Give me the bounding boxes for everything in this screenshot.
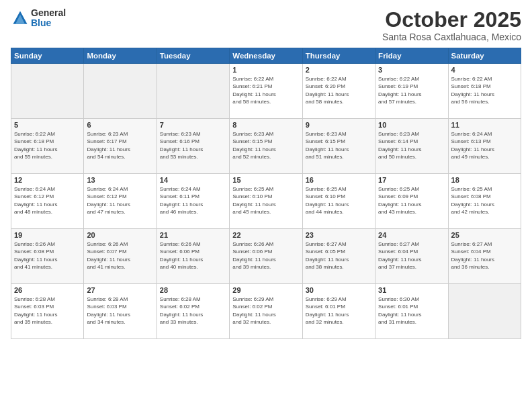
day-info: Sunrise: 6:22 AM Sunset: 6:20 PM Dayligh…	[306, 75, 372, 105]
calendar-cell: 28Sunrise: 6:28 AM Sunset: 6:02 PM Dayli…	[157, 284, 229, 339]
day-number: 22	[232, 231, 299, 239]
day-info: Sunrise: 6:28 AM Sunset: 6:02 PM Dayligh…	[160, 295, 226, 326]
day-info: Sunrise: 6:23 AM Sunset: 6:15 PM Dayligh…	[306, 130, 372, 161]
day-info: Sunrise: 6:27 AM Sunset: 6:04 PM Dayligh…	[378, 240, 445, 271]
calendar-week-3: 12Sunrise: 6:24 AM Sunset: 6:12 PM Dayli…	[11, 174, 521, 229]
page: General Blue October 2025 Santa Rosa Cax…	[0, 0, 532, 411]
location-title: Santa Rosa Caxtlahuaca, Mexico	[382, 32, 521, 42]
day-number: 11	[451, 121, 518, 129]
calendar-cell: 3Sunrise: 6:22 AM Sunset: 6:19 PM Daylig…	[375, 64, 448, 119]
calendar-cell: 26Sunrise: 6:28 AM Sunset: 6:03 PM Dayli…	[11, 284, 84, 339]
calendar-cell: 25Sunrise: 6:27 AM Sunset: 6:04 PM Dayli…	[448, 229, 521, 284]
day-number: 12	[14, 176, 81, 184]
title-block: October 2025 Santa Rosa Caxtlahuaca, Mex…	[382, 8, 521, 42]
day-number: 17	[378, 176, 445, 184]
calendar-cell: 17Sunrise: 6:25 AM Sunset: 6:09 PM Dayli…	[375, 174, 448, 229]
calendar-cell	[157, 64, 229, 119]
day-number: 4	[451, 66, 518, 74]
logo: General Blue	[11, 8, 66, 29]
day-info: Sunrise: 6:29 AM Sunset: 6:01 PM Dayligh…	[306, 295, 372, 326]
day-number: 3	[378, 66, 445, 74]
day-number: 10	[378, 121, 445, 129]
month-title: October 2025	[382, 8, 521, 32]
calendar: Sunday Monday Tuesday Wednesday Thursday…	[11, 48, 521, 339]
day-number: 7	[160, 121, 226, 129]
day-info: Sunrise: 6:23 AM Sunset: 6:15 PM Dayligh…	[232, 130, 299, 161]
day-info: Sunrise: 6:27 AM Sunset: 6:04 PM Dayligh…	[451, 240, 518, 271]
day-info: Sunrise: 6:25 AM Sunset: 6:08 PM Dayligh…	[451, 185, 518, 216]
calendar-cell: 24Sunrise: 6:27 AM Sunset: 6:04 PM Dayli…	[375, 229, 448, 284]
day-info: Sunrise: 6:24 AM Sunset: 6:12 PM Dayligh…	[14, 185, 81, 216]
calendar-week-4: 19Sunrise: 6:26 AM Sunset: 6:08 PM Dayli…	[11, 229, 521, 284]
day-info: Sunrise: 6:23 AM Sunset: 6:14 PM Dayligh…	[378, 130, 445, 161]
calendar-cell: 4Sunrise: 6:22 AM Sunset: 6:18 PM Daylig…	[448, 64, 521, 119]
header-saturday: Saturday	[448, 48, 521, 64]
calendar-cell: 18Sunrise: 6:25 AM Sunset: 6:08 PM Dayli…	[448, 174, 521, 229]
header-friday: Friday	[375, 48, 448, 64]
header-thursday: Thursday	[302, 48, 375, 64]
calendar-cell: 6Sunrise: 6:23 AM Sunset: 6:17 PM Daylig…	[84, 119, 157, 174]
day-info: Sunrise: 6:25 AM Sunset: 6:09 PM Dayligh…	[378, 185, 445, 216]
day-number: 26	[14, 286, 81, 294]
day-info: Sunrise: 6:24 AM Sunset: 6:13 PM Dayligh…	[451, 130, 518, 161]
day-number: 28	[160, 286, 226, 294]
day-info: Sunrise: 6:26 AM Sunset: 6:08 PM Dayligh…	[14, 240, 81, 271]
calendar-header-row: Sunday Monday Tuesday Wednesday Thursday…	[11, 48, 521, 64]
day-number: 2	[306, 66, 372, 74]
calendar-cell: 27Sunrise: 6:28 AM Sunset: 6:03 PM Dayli…	[84, 284, 157, 339]
day-number: 8	[232, 121, 299, 129]
calendar-cell: 16Sunrise: 6:25 AM Sunset: 6:10 PM Dayli…	[302, 174, 375, 229]
day-info: Sunrise: 6:24 AM Sunset: 6:12 PM Dayligh…	[87, 185, 153, 216]
day-number: 6	[87, 121, 153, 129]
day-number: 15	[232, 176, 299, 184]
calendar-cell: 9Sunrise: 6:23 AM Sunset: 6:15 PM Daylig…	[302, 119, 375, 174]
day-number: 19	[14, 231, 81, 239]
day-info: Sunrise: 6:22 AM Sunset: 6:18 PM Dayligh…	[451, 75, 518, 105]
day-number: 21	[160, 231, 226, 239]
header-wednesday: Wednesday	[230, 48, 302, 64]
calendar-cell: 7Sunrise: 6:23 AM Sunset: 6:16 PM Daylig…	[157, 119, 229, 174]
day-number: 29	[232, 286, 299, 294]
day-info: Sunrise: 6:28 AM Sunset: 6:03 PM Dayligh…	[87, 295, 153, 326]
calendar-cell: 13Sunrise: 6:24 AM Sunset: 6:12 PM Dayli…	[84, 174, 157, 229]
calendar-cell: 14Sunrise: 6:24 AM Sunset: 6:11 PM Dayli…	[157, 174, 229, 229]
day-info: Sunrise: 6:25 AM Sunset: 6:10 PM Dayligh…	[306, 185, 372, 216]
header-tuesday: Tuesday	[157, 48, 229, 64]
calendar-cell: 23Sunrise: 6:27 AM Sunset: 6:05 PM Dayli…	[302, 229, 375, 284]
day-info: Sunrise: 6:29 AM Sunset: 6:02 PM Dayligh…	[232, 295, 299, 326]
logo-general-text: General	[31, 8, 66, 18]
header-sunday: Sunday	[11, 48, 84, 64]
calendar-cell: 31Sunrise: 6:30 AM Sunset: 6:01 PM Dayli…	[375, 284, 448, 339]
day-number: 1	[232, 66, 299, 74]
calendar-cell: 11Sunrise: 6:24 AM Sunset: 6:13 PM Dayli…	[448, 119, 521, 174]
day-info: Sunrise: 6:26 AM Sunset: 6:06 PM Dayligh…	[160, 240, 226, 271]
calendar-cell: 10Sunrise: 6:23 AM Sunset: 6:14 PM Dayli…	[375, 119, 448, 174]
day-number: 16	[306, 176, 372, 184]
calendar-cell	[11, 64, 84, 119]
day-info: Sunrise: 6:22 AM Sunset: 6:19 PM Dayligh…	[378, 75, 445, 105]
day-number: 25	[451, 231, 518, 239]
day-number: 18	[451, 176, 518, 184]
calendar-cell: 12Sunrise: 6:24 AM Sunset: 6:12 PM Dayli…	[11, 174, 84, 229]
logo-blue-text: Blue	[31, 18, 66, 28]
day-info: Sunrise: 6:26 AM Sunset: 6:06 PM Dayligh…	[232, 240, 299, 271]
calendar-cell: 2Sunrise: 6:22 AM Sunset: 6:20 PM Daylig…	[302, 64, 375, 119]
day-info: Sunrise: 6:24 AM Sunset: 6:11 PM Dayligh…	[160, 185, 226, 216]
day-number: 9	[306, 121, 372, 129]
day-info: Sunrise: 6:27 AM Sunset: 6:05 PM Dayligh…	[306, 240, 372, 271]
day-number: 24	[378, 231, 445, 239]
day-info: Sunrise: 6:23 AM Sunset: 6:16 PM Dayligh…	[160, 130, 226, 161]
calendar-cell: 21Sunrise: 6:26 AM Sunset: 6:06 PM Dayli…	[157, 229, 229, 284]
calendar-cell: 8Sunrise: 6:23 AM Sunset: 6:15 PM Daylig…	[230, 119, 302, 174]
day-number: 5	[14, 121, 81, 129]
day-number: 20	[87, 231, 153, 239]
day-number: 30	[306, 286, 372, 294]
calendar-week-1: 1Sunrise: 6:22 AM Sunset: 6:21 PM Daylig…	[11, 64, 521, 119]
calendar-cell: 29Sunrise: 6:29 AM Sunset: 6:02 PM Dayli…	[230, 284, 302, 339]
logo-text: General Blue	[31, 8, 66, 29]
day-info: Sunrise: 6:22 AM Sunset: 6:18 PM Dayligh…	[14, 130, 81, 161]
calendar-cell	[448, 284, 521, 339]
calendar-cell: 5Sunrise: 6:22 AM Sunset: 6:18 PM Daylig…	[11, 119, 84, 174]
header: General Blue October 2025 Santa Rosa Cax…	[11, 8, 521, 42]
calendar-cell: 19Sunrise: 6:26 AM Sunset: 6:08 PM Dayli…	[11, 229, 84, 284]
